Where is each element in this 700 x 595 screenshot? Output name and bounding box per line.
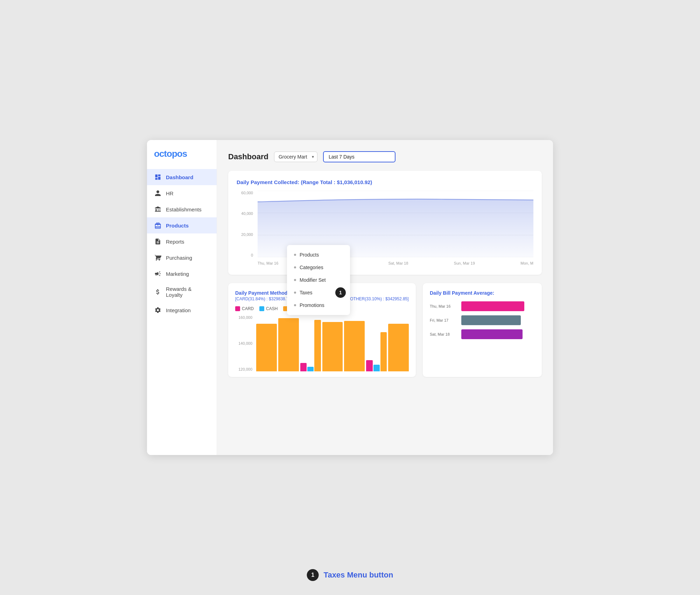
products-dropdown-menu: Products Categories Modifier Set Taxes 1… [287, 245, 350, 315]
taxes-badge: 1 [335, 287, 346, 298]
mini-bar-label-1: Thu, Mar 16 [430, 304, 458, 308]
sidebar-nav: Dashboard HR Establishments [147, 169, 217, 318]
bullet-categories [294, 266, 296, 268]
mini-bar-1 [461, 301, 524, 311]
bar-other-7 [388, 324, 409, 371]
mini-bar-row-1: Thu, Mar 16 [430, 301, 535, 311]
dropdown-item-taxes[interactable]: Taxes 1 [287, 286, 350, 299]
sidebar-item-hr[interactable]: HR [147, 185, 217, 201]
bar-group-2 [278, 315, 299, 371]
mini-bar-3 [461, 329, 523, 339]
y-label-3: 0 [251, 253, 253, 257]
sidebar-label-products: Products [166, 223, 189, 229]
mini-bar-label-3: Sat, Mar 18 [430, 332, 458, 336]
sidebar-label-marketing: Marketing [166, 271, 189, 277]
cart-icon [154, 254, 162, 261]
bullet-modifier-set [294, 279, 296, 281]
mini-bar-label-2: Fri, Mar 17 [430, 318, 458, 322]
bullet-products [294, 254, 296, 256]
dashboard-icon [154, 173, 162, 181]
y-label-0: 60,000 [241, 191, 253, 195]
bullet-promotions [294, 304, 296, 306]
main-content: Dashboard Grocery Mart Store 2 Store 3 D… [217, 140, 553, 455]
bar-group-7 [388, 315, 409, 371]
x-label-3: Sun, Mar 19 [454, 261, 475, 265]
bar-other-2 [278, 318, 299, 371]
mini-bar-row-3: Sat, Mar 18 [430, 329, 535, 339]
bar-other-5 [344, 321, 365, 371]
bar-group-6 [366, 315, 387, 371]
sidebar-label-dashboard: Dashboard [166, 174, 193, 180]
store-select-wrapper: Grocery Mart Store 2 Store 3 [274, 152, 317, 162]
line-chart-card: Daily Payment Collected: (Range Total : … [228, 171, 542, 275]
sidebar-item-marketing[interactable]: Marketing [147, 266, 217, 282]
sidebar-item-integration[interactable]: Integration [147, 302, 217, 318]
annotation-label: Taxes Menu button [324, 570, 393, 580]
mini-bar-row-2: Fri, Mar 17 [430, 315, 535, 325]
page-header: Dashboard Grocery Mart Store 2 Store 3 [228, 151, 542, 162]
line-chart-title: Daily Payment Collected: (Range Total : … [237, 179, 533, 185]
sidebar-label-hr: HR [166, 190, 174, 196]
bar-group-5 [344, 315, 365, 371]
bars-area [256, 315, 409, 371]
person-icon [154, 189, 162, 197]
y-label-2: 20,000 [241, 232, 253, 237]
gift-icon [154, 222, 162, 229]
dropdown-item-promotions[interactable]: Promotions [287, 299, 350, 312]
sidebar-label-integration: Integration [166, 307, 191, 313]
store-select[interactable]: Grocery Mart Store 2 Store 3 [274, 152, 317, 162]
bar-card-6 [366, 360, 372, 371]
bottom-annotation: 1 Taxes Menu button [307, 569, 393, 581]
mini-chart-card: Daily Bill Payment Average: Thu, Mar 16 … [423, 283, 542, 377]
legend-cash: CASH [259, 306, 278, 311]
legend-dot-cash [259, 306, 264, 311]
sidebar-label-reports: Reports [166, 239, 184, 245]
bar-y-labels: 160,000 140,000 120,000 [235, 315, 254, 371]
annotation-badge: 1 [307, 569, 319, 581]
gear-icon [154, 306, 162, 314]
sidebar-item-dashboard[interactable]: Dashboard [147, 169, 217, 185]
legend-card: CARD [235, 306, 254, 311]
app-wrapper: octopos Dashboard HR Es [147, 140, 553, 455]
bar-group-4 [322, 315, 343, 371]
sidebar: octopos Dashboard HR Es [147, 140, 217, 455]
building-icon [154, 205, 162, 213]
bar-card-3 [300, 363, 307, 371]
x-label-2: Sat, Mar 18 [388, 261, 408, 265]
line-chart-container: 60,000 40,000 20,000 0 [237, 191, 533, 268]
document-icon [154, 238, 162, 245]
coin-icon [154, 288, 162, 296]
date-range-input[interactable] [323, 151, 396, 162]
y-label-1: 40,000 [241, 211, 253, 216]
megaphone-icon [154, 270, 162, 278]
mini-bar-2 [461, 315, 521, 325]
bar-other-4 [322, 322, 343, 371]
bar-group-1 [256, 315, 277, 371]
bar-other-3 [314, 320, 321, 371]
sidebar-item-establishments[interactable]: Establishments [147, 201, 217, 217]
sidebar-item-purchasing[interactable]: Purchasing [147, 250, 217, 266]
sidebar-label-purchasing: Purchasing [166, 255, 192, 261]
bar-other-1 [256, 324, 277, 371]
sidebar-label-rewards: Rewards & Loyalty [166, 286, 210, 298]
page-title: Dashboard [228, 152, 268, 161]
y-axis-labels: 60,000 40,000 20,000 0 [237, 191, 256, 257]
x-label-0: Thu, Mar 16 [258, 261, 278, 265]
bar-group-3 [300, 315, 321, 371]
dropdown-item-products[interactable]: Products [287, 248, 350, 261]
sidebar-item-products[interactable]: Products [147, 217, 217, 233]
sidebar-label-establishments: Establishments [166, 206, 202, 212]
dropdown-item-modifier-set[interactable]: Modifier Set [287, 274, 350, 286]
bottom-row: Daily Payment Method: [CARD(31.84%) : $3… [228, 283, 542, 377]
bar-cash-3 [307, 367, 314, 371]
bar-cash-6 [373, 365, 380, 371]
bullet-taxes [294, 292, 296, 294]
sidebar-item-rewards[interactable]: Rewards & Loyalty [147, 282, 217, 302]
bar-other-6 [380, 332, 387, 371]
dropdown-item-categories[interactable]: Categories [287, 261, 350, 274]
legend-dot-card [235, 306, 240, 311]
bar-chart-area: 160,000 140,000 120,000 [235, 315, 409, 371]
logo: octopos [147, 148, 217, 169]
sidebar-item-reports[interactable]: Reports [147, 233, 217, 250]
x-label-4: Mon, M [520, 261, 533, 265]
